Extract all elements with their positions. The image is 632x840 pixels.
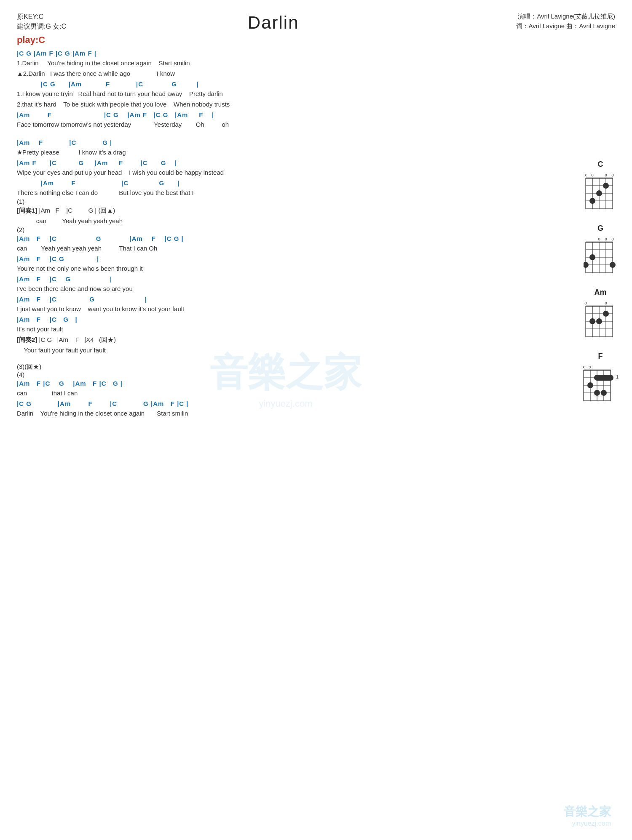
chord-line-5: |Am F |C G |Am F |C G | [17,158,581,167]
svg-text:o: o [605,301,607,305]
lyric-6: There's nothing else I can do But love y… [17,188,581,198]
interlude-2: [间奏2] |C G |Am F |X4 (回★) [17,335,581,345]
bottom-watermark-sub: yinyuezj.com [564,820,611,827]
lyric-verse-1a: 1.Darlin You're hiding in the closet onc… [17,58,581,68]
svg-point-47 [603,311,609,317]
svg-point-14 [589,198,595,204]
chord-line-10: |Am F |C G | [17,295,581,304]
lyric-3: Face tomorrow tomorrow's not yesterday Y… [17,120,581,130]
svg-point-45 [596,318,602,324]
svg-text:o: o [611,237,614,241]
bottom-watermark: 音樂之家 yinyuezj.com [564,804,611,827]
suggest-key: 建议男调:G 女:C [17,22,66,31]
lyric-10: I've been there alone and now so are you [17,284,581,294]
svg-text:o: o [605,237,607,241]
svg-point-15 [596,190,602,196]
content-area: |C G |Am F |C G |Am F | 1.Darlin You're … [17,49,581,419]
chord-name-F: F [598,352,603,361]
chord-grid-Am: o o [584,299,617,339]
lyric-11: I just want you to know want you to know… [17,304,581,314]
chord-diagram-G: G o o o [584,224,617,275]
chord-grid-C: x o o o [584,171,617,211]
chord-line-12: |Am F |C G |Am F |C G | [17,379,581,388]
chord-line-13: |C G |Am F |C G |Am F |C | [17,399,581,408]
lyric-verse-1b: ▲2.Darlin I was there once a while ago I… [17,69,581,79]
svg-text:1: 1 [616,374,619,379]
svg-point-46 [589,318,595,324]
lyric-14: can that I can [17,388,581,398]
chord-diagram-F: F x x 1 [581,352,619,405]
svg-text:o: o [598,237,600,241]
header-left: 原KEY:C 建议男调:G 女:C [17,13,66,31]
lyric-8: can Yeah yeah yeah yeah That I can Oh [17,243,581,253]
song-title: Darlin [66,13,480,33]
chord-name-G: G [597,224,603,233]
svg-text:o: o [591,173,594,177]
header-center: Darlin [66,13,480,33]
play-key: play:C [17,35,615,45]
svg-text:o: o [584,301,587,305]
chord-line-3: |Am F |C G |Am F |C G |Am F | [17,110,581,119]
chord-grid-G: o o o [584,235,617,275]
svg-text:x: x [589,365,592,369]
svg-point-32 [610,262,616,268]
lyricist-line: 词：Avril Lavigne 曲：Avril Lavigne [516,22,615,30]
chord-name-Am: Am [594,288,606,297]
chord-line-9: |Am F |C G | [17,275,581,283]
svg-point-64 [601,390,607,396]
lyric-9: You're not the only one who's been throu… [17,264,581,274]
lyric-15: Darlin You're hiding in the closet once … [17,408,581,419]
svg-text:o: o [605,173,607,177]
svg-rect-61 [594,375,613,381]
chord-line-6: |Am F |C G | [17,179,581,187]
bottom-watermark-main: 音樂之家 [564,804,611,820]
svg-text:o: o [611,173,614,177]
paren-3: (3)(回★) [17,363,581,371]
chord-line-8: |Am F |C G | [17,254,581,263]
paren-2: (2) [17,226,581,233]
lyric-4: ★Pretty please I know it's a drag [17,147,581,157]
chord-line-7: |Am F |C G |Am F |C G | [17,234,581,243]
lyric-verse-2a: 1.I know you're tryin Real hard not to t… [17,89,581,99]
header-right: 演唱：Avril Lavigne(艾薇儿拉维尼) 词：Avril Lavigne… [480,13,615,30]
lyric-5: Wipe your eyes and put up your head I wi… [17,168,581,178]
svg-text:x: x [583,365,585,369]
lyric-verse-2b: 2.that it's hard To be stuck with people… [17,99,581,109]
paren-1: (1) [17,198,581,205]
svg-point-16 [603,183,609,189]
chord-line-2: |C G |Am F |C G | [17,80,581,88]
artist-line: 演唱：Avril Lavigne(艾薇儿拉维尼) [518,13,615,21]
chord-diagram-Am: Am o o [584,288,617,339]
svg-point-30 [584,262,589,268]
interlude-1: [间奏1] |Am F |C G | (回▲) [17,205,581,216]
lyric-12: It's not your fault [17,324,581,334]
chord-name-C: C [598,160,603,169]
lyric-7: can Yeah yeah yeah yeah [17,216,581,226]
chord-line-4: |Am F |C G | [17,138,581,147]
header: 原KEY:C 建议男调:G 女:C Darlin 演唱：Avril Lavign… [17,13,615,33]
chord-line-11: |Am F |C G | [17,315,581,324]
svg-point-63 [594,390,600,396]
svg-point-62 [587,382,593,388]
chord-grid-F: x x 1 [581,363,619,405]
svg-point-31 [589,254,595,260]
chord-diagrams: C x o o o [581,160,619,405]
chord-line-1: |C G |Am F |C G |Am F | [17,49,581,58]
svg-text:x: x [585,173,587,177]
paren-4: (4) [17,371,581,378]
page: 原KEY:C 建议男调:G 女:C Darlin 演唱：Avril Lavign… [0,0,632,840]
original-key: 原KEY:C [17,13,66,21]
lyric-13: Your fault your fault your fault [17,345,581,355]
chord-diagram-C: C x o o o [584,160,617,211]
